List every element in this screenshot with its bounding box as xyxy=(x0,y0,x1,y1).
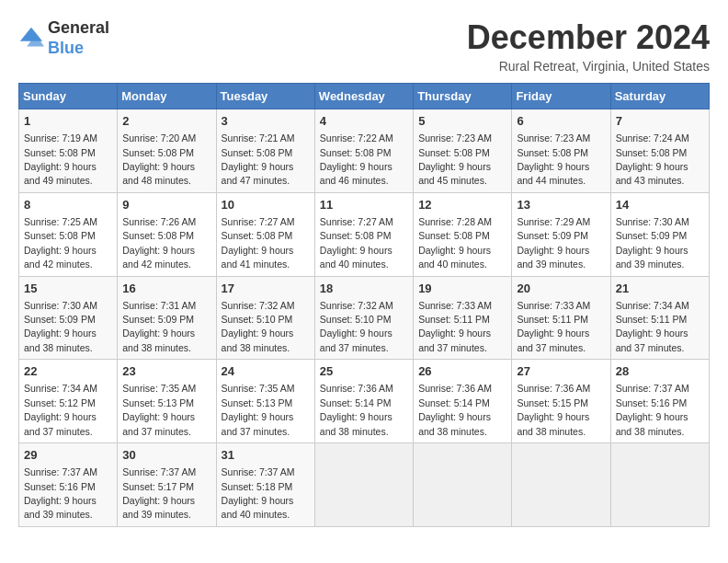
day-number: 23 xyxy=(122,363,210,380)
calendar-cell: 18Sunrise: 7:32 AM Sunset: 5:10 PM Dayli… xyxy=(314,276,413,360)
day-number: 26 xyxy=(418,363,506,380)
day-info: Sunrise: 7:33 AM Sunset: 5:11 PM Dayligh… xyxy=(418,300,492,353)
calendar-header: SundayMondayTuesdayWednesdayThursdayFrid… xyxy=(19,84,710,109)
calendar-week-row: 29Sunrise: 7:37 AM Sunset: 5:16 PM Dayli… xyxy=(19,443,710,527)
day-info: Sunrise: 7:37 AM Sunset: 5:16 PM Dayligh… xyxy=(616,383,689,436)
day-info: Sunrise: 7:20 AM Sunset: 5:08 PM Dayligh… xyxy=(122,132,196,186)
day-number: 1 xyxy=(24,113,112,130)
day-info: Sunrise: 7:34 AM Sunset: 5:12 PM Dayligh… xyxy=(24,383,97,436)
calendar-cell: 21Sunrise: 7:34 AM Sunset: 5:11 PM Dayli… xyxy=(610,276,709,360)
calendar-cell: 16Sunrise: 7:31 AM Sunset: 5:09 PM Dayli… xyxy=(118,276,216,360)
day-info: Sunrise: 7:32 AM Sunset: 5:10 PM Dayligh… xyxy=(320,300,393,353)
calendar-cell: 20Sunrise: 7:33 AM Sunset: 5:11 PM Dayli… xyxy=(512,276,610,360)
calendar-body: 1Sunrise: 7:19 AM Sunset: 5:08 PM Daylig… xyxy=(19,109,710,527)
day-number: 31 xyxy=(222,447,310,464)
header-day: Saturday xyxy=(610,84,709,109)
day-number: 2 xyxy=(122,113,210,130)
day-info: Sunrise: 7:36 AM Sunset: 5:14 PM Dayligh… xyxy=(320,383,393,436)
day-number: 5 xyxy=(418,113,506,130)
day-info: Sunrise: 7:22 AM Sunset: 5:08 PM Dayligh… xyxy=(320,132,393,186)
page-container: General Blue December 2024 Rural Retreat… xyxy=(18,18,710,527)
calendar-cell: 10Sunrise: 7:27 AM Sunset: 5:08 PM Dayli… xyxy=(216,192,314,276)
day-info: Sunrise: 7:27 AM Sunset: 5:08 PM Dayligh… xyxy=(222,216,295,270)
calendar-cell: 22Sunrise: 7:34 AM Sunset: 5:12 PM Dayli… xyxy=(19,360,118,443)
calendar-cell xyxy=(414,443,512,527)
day-number: 24 xyxy=(222,363,310,380)
day-info: Sunrise: 7:36 AM Sunset: 5:14 PM Dayligh… xyxy=(418,383,492,436)
day-info: Sunrise: 7:28 AM Sunset: 5:08 PM Dayligh… xyxy=(418,216,492,270)
header-day: Wednesday xyxy=(314,84,413,109)
day-number: 21 xyxy=(616,281,704,297)
header-day: Monday xyxy=(118,84,216,109)
day-number: 12 xyxy=(418,197,506,213)
day-number: 29 xyxy=(24,447,112,464)
calendar-cell: 24Sunrise: 7:35 AM Sunset: 5:13 PM Dayli… xyxy=(216,360,314,443)
day-info: Sunrise: 7:30 AM Sunset: 5:09 PM Dayligh… xyxy=(616,216,689,270)
logo: General Blue xyxy=(18,18,109,58)
day-number: 27 xyxy=(517,363,605,380)
page-subtitle: Rural Retreat, Virginia, United States xyxy=(467,59,710,74)
day-number: 13 xyxy=(517,197,605,213)
header-day: Tuesday xyxy=(216,84,314,109)
calendar-cell xyxy=(512,443,610,527)
day-info: Sunrise: 7:29 AM Sunset: 5:09 PM Dayligh… xyxy=(517,216,590,270)
calendar-cell: 19Sunrise: 7:33 AM Sunset: 5:11 PM Dayli… xyxy=(414,276,512,360)
day-info: Sunrise: 7:31 AM Sunset: 5:09 PM Dayligh… xyxy=(122,300,196,353)
calendar-week-row: 8Sunrise: 7:25 AM Sunset: 5:08 PM Daylig… xyxy=(19,192,710,276)
header-day: Sunday xyxy=(19,84,118,109)
day-info: Sunrise: 7:19 AM Sunset: 5:08 PM Dayligh… xyxy=(24,132,97,186)
day-number: 6 xyxy=(517,113,605,130)
header: General Blue December 2024 Rural Retreat… xyxy=(18,18,710,74)
day-info: Sunrise: 7:35 AM Sunset: 5:13 PM Dayligh… xyxy=(222,383,295,436)
calendar-cell: 29Sunrise: 7:37 AM Sunset: 5:16 PM Dayli… xyxy=(19,443,118,527)
calendar-week-row: 22Sunrise: 7:34 AM Sunset: 5:12 PM Dayli… xyxy=(19,360,710,443)
svg-marker-0 xyxy=(20,27,42,40)
day-info: Sunrise: 7:32 AM Sunset: 5:10 PM Dayligh… xyxy=(222,300,295,353)
calendar-cell: 7Sunrise: 7:24 AM Sunset: 5:08 PM Daylig… xyxy=(610,109,709,193)
title-section: December 2024 Rural Retreat, Virginia, U… xyxy=(467,18,710,74)
day-number: 15 xyxy=(24,281,112,297)
calendar-cell: 17Sunrise: 7:32 AM Sunset: 5:10 PM Dayli… xyxy=(216,276,314,360)
day-number: 19 xyxy=(418,281,506,297)
calendar-cell: 13Sunrise: 7:29 AM Sunset: 5:09 PM Dayli… xyxy=(512,192,610,276)
day-info: Sunrise: 7:33 AM Sunset: 5:11 PM Dayligh… xyxy=(517,300,590,353)
calendar-cell: 15Sunrise: 7:30 AM Sunset: 5:09 PM Dayli… xyxy=(19,276,118,360)
day-info: Sunrise: 7:21 AM Sunset: 5:08 PM Dayligh… xyxy=(222,132,295,186)
page-title: December 2024 xyxy=(467,18,710,57)
day-info: Sunrise: 7:35 AM Sunset: 5:13 PM Dayligh… xyxy=(122,383,196,436)
day-info: Sunrise: 7:34 AM Sunset: 5:11 PM Dayligh… xyxy=(616,300,689,353)
calendar-cell: 5Sunrise: 7:23 AM Sunset: 5:08 PM Daylig… xyxy=(414,109,512,193)
calendar-week-row: 1Sunrise: 7:19 AM Sunset: 5:08 PM Daylig… xyxy=(19,109,710,193)
day-info: Sunrise: 7:37 AM Sunset: 5:16 PM Dayligh… xyxy=(24,466,97,520)
calendar-cell: 6Sunrise: 7:23 AM Sunset: 5:08 PM Daylig… xyxy=(512,109,610,193)
day-number: 17 xyxy=(222,281,310,297)
day-info: Sunrise: 7:23 AM Sunset: 5:08 PM Dayligh… xyxy=(517,132,590,186)
calendar-cell xyxy=(610,443,709,527)
day-number: 3 xyxy=(222,113,310,130)
day-info: Sunrise: 7:30 AM Sunset: 5:09 PM Dayligh… xyxy=(24,300,97,353)
day-number: 20 xyxy=(517,281,605,297)
calendar-cell: 30Sunrise: 7:37 AM Sunset: 5:17 PM Dayli… xyxy=(118,443,216,527)
logo-line1: General xyxy=(48,18,109,39)
day-number: 28 xyxy=(616,363,704,380)
day-info: Sunrise: 7:25 AM Sunset: 5:08 PM Dayligh… xyxy=(24,216,97,270)
calendar-table: SundayMondayTuesdayWednesdayThursdayFrid… xyxy=(18,83,710,527)
calendar-cell: 2Sunrise: 7:20 AM Sunset: 5:08 PM Daylig… xyxy=(118,109,216,193)
calendar-cell: 14Sunrise: 7:30 AM Sunset: 5:09 PM Dayli… xyxy=(610,192,709,276)
calendar-cell: 26Sunrise: 7:36 AM Sunset: 5:14 PM Dayli… xyxy=(414,360,512,443)
day-number: 7 xyxy=(616,113,704,130)
day-number: 14 xyxy=(616,197,704,213)
day-info: Sunrise: 7:37 AM Sunset: 5:17 PM Dayligh… xyxy=(122,466,196,520)
day-number: 18 xyxy=(320,281,408,297)
day-number: 25 xyxy=(320,363,408,380)
day-number: 22 xyxy=(24,363,112,380)
calendar-cell xyxy=(314,443,413,527)
day-number: 10 xyxy=(222,197,310,213)
day-info: Sunrise: 7:37 AM Sunset: 5:18 PM Dayligh… xyxy=(222,466,295,520)
calendar-cell: 31Sunrise: 7:37 AM Sunset: 5:18 PM Dayli… xyxy=(216,443,314,527)
header-day: Friday xyxy=(512,84,610,109)
day-number: 16 xyxy=(122,281,210,297)
header-day: Thursday xyxy=(414,84,512,109)
calendar-cell: 27Sunrise: 7:36 AM Sunset: 5:15 PM Dayli… xyxy=(512,360,610,443)
calendar-week-row: 15Sunrise: 7:30 AM Sunset: 5:09 PM Dayli… xyxy=(19,276,710,360)
